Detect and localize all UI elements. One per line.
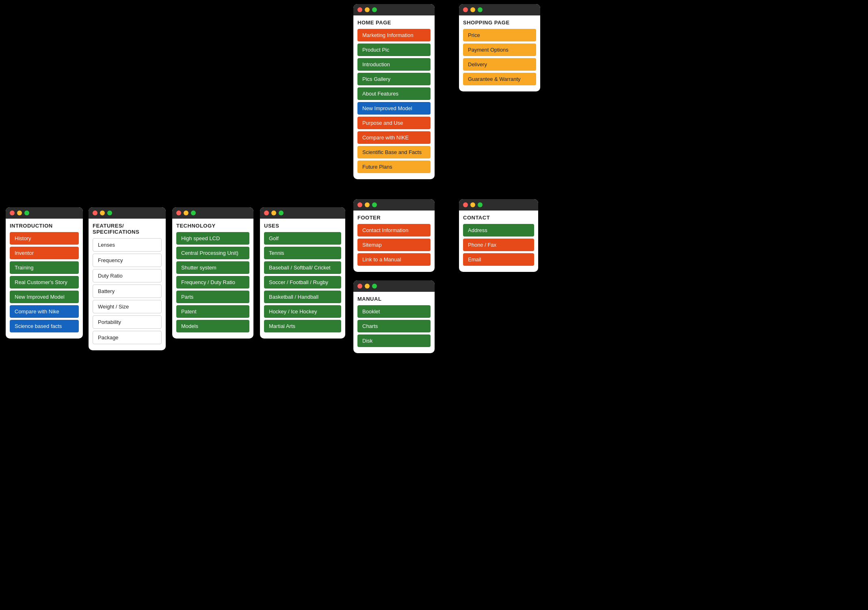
uses-window: Uses Golf Tennis Baseball / Softball/ Cr…: [260, 207, 345, 339]
dot-red[interactable]: [357, 7, 362, 12]
contact-item-email[interactable]: Email: [463, 253, 534, 266]
intro-item-compare-nike[interactable]: Compare with Nike: [10, 305, 79, 318]
footer-item-manual[interactable]: Link to a Manual: [357, 253, 431, 266]
tech-item-frequency[interactable]: Frequency / Duty Ratio: [176, 276, 249, 289]
dot-yellow[interactable]: [271, 211, 276, 215]
tech-item-models[interactable]: Models: [176, 320, 249, 332]
dot-green[interactable]: [279, 211, 284, 215]
features-item-battery[interactable]: Battery: [93, 284, 162, 298]
dot-red[interactable]: [357, 284, 362, 289]
tech-item-lcd[interactable]: High speed LCD: [176, 232, 249, 245]
manual-item-booklet[interactable]: Booklet: [357, 305, 431, 318]
shopping-item-delivery[interactable]: Delivery: [463, 58, 536, 71]
dot-red[interactable]: [10, 211, 15, 215]
uses-item-baseball[interactable]: Baseball / Softball/ Cricket: [264, 261, 341, 274]
technology-window: Technology High speed LCD Central Proces…: [172, 207, 253, 339]
tech-item-parts[interactable]: Parts: [176, 291, 249, 303]
contact-title: CONTACT: [463, 215, 534, 221]
uses-item-tennis[interactable]: Tennis: [264, 247, 341, 259]
intro-item-training[interactable]: Training: [10, 261, 79, 274]
features-item-portability[interactable]: Portability: [93, 315, 162, 329]
shopping-item-price[interactable]: Price: [463, 29, 536, 41]
dot-red[interactable]: [463, 7, 468, 12]
shopping-item-payment[interactable]: Payment Options: [463, 43, 536, 56]
manual-window: MANUAL Booklet Charts Disk: [353, 280, 435, 353]
dot-yellow[interactable]: [17, 211, 22, 215]
features-item-frequency[interactable]: Frequency: [93, 254, 162, 267]
homepage-titlebar: [353, 4, 435, 15]
tech-item-shutter[interactable]: Shutter system: [176, 261, 249, 274]
footer-item-sitemap[interactable]: Sitemap: [357, 239, 431, 251]
footer-titlebar: [353, 199, 435, 211]
contact-titlebar: [459, 199, 538, 211]
intro-item-science[interactable]: Science based facts: [10, 320, 79, 332]
contact-item-address[interactable]: Address: [463, 224, 534, 237]
uses-item-golf[interactable]: Golf: [264, 232, 341, 245]
technology-titlebar: [172, 207, 253, 219]
dot-yellow[interactable]: [100, 211, 105, 215]
dot-green[interactable]: [191, 211, 196, 215]
dot-red[interactable]: [176, 211, 181, 215]
uses-item-soccer[interactable]: Soccer / Football / Rugby: [264, 276, 341, 289]
shopping-titlebar: [459, 4, 540, 15]
dot-red[interactable]: [93, 211, 97, 215]
uses-item-hockey[interactable]: Hockey / Ice Hockey: [264, 305, 341, 318]
dot-green[interactable]: [107, 211, 112, 215]
dot-red[interactable]: [463, 202, 468, 207]
manual-title: MANUAL: [357, 296, 431, 302]
manual-titlebar: [353, 280, 435, 292]
dot-green[interactable]: [478, 7, 483, 12]
dot-green[interactable]: [372, 7, 377, 12]
homepage-item-product-pic[interactable]: Product Pic: [357, 43, 431, 56]
dot-yellow[interactable]: [184, 211, 188, 215]
introduction-window: Introduction History Inventor Training R…: [6, 207, 83, 339]
uses-item-martial[interactable]: Martial Arts: [264, 320, 341, 332]
features-window: Features/ Specifications Lenses Frequenc…: [89, 207, 166, 350]
dot-green[interactable]: [24, 211, 29, 215]
homepage-item-marketing[interactable]: Marketing Information: [357, 29, 431, 41]
footer-title: FOOTER: [357, 215, 431, 221]
footer-item-contact[interactable]: Contact Information: [357, 224, 431, 237]
shopping-item-guarantee[interactable]: Guarantee & Warranty: [463, 73, 536, 85]
dot-green[interactable]: [372, 202, 377, 207]
homepage-item-purpose[interactable]: Purpose and Use: [357, 117, 431, 129]
dot-yellow[interactable]: [470, 202, 475, 207]
manual-item-charts[interactable]: Charts: [357, 320, 431, 332]
manual-item-disk[interactable]: Disk: [357, 334, 431, 347]
intro-item-new-improved[interactable]: New Improved Model: [10, 291, 79, 303]
dot-green[interactable]: [372, 284, 377, 289]
dot-yellow[interactable]: [365, 7, 370, 12]
shopping-title: SHOPPING PAGE: [463, 20, 536, 26]
homepage-item-about-features[interactable]: About Features: [357, 87, 431, 100]
intro-item-inventor[interactable]: Inventor: [10, 247, 79, 259]
features-item-lenses[interactable]: Lenses: [93, 238, 162, 252]
technology-title: Technology: [176, 223, 249, 229]
dot-red[interactable]: [357, 202, 362, 207]
uses-item-basketball[interactable]: Basketball / Handball: [264, 291, 341, 303]
dot-red[interactable]: [264, 211, 269, 215]
features-titlebar: [89, 207, 166, 219]
homepage-item-future[interactable]: Future Plans: [357, 161, 431, 173]
homepage-item-new-improved[interactable]: New Improved Model: [357, 102, 431, 115]
shopping-window: SHOPPING PAGE Price Payment Options Deli…: [459, 4, 540, 91]
dot-green[interactable]: [478, 202, 483, 207]
intro-item-history[interactable]: History: [10, 232, 79, 245]
features-item-duty-ratio[interactable]: Duty Ratio: [93, 269, 162, 282]
homepage-item-scientific[interactable]: Scientific Base and Facts: [357, 146, 431, 158]
introduction-titlebar: [6, 207, 83, 219]
dot-yellow[interactable]: [470, 7, 475, 12]
tech-item-cpu[interactable]: Central Processing Unit): [176, 247, 249, 259]
introduction-title: Introduction: [10, 223, 79, 229]
features-item-package[interactable]: Package: [93, 331, 162, 344]
uses-titlebar: [260, 207, 345, 219]
tech-item-patent[interactable]: Patent: [176, 305, 249, 318]
uses-title: Uses: [264, 223, 341, 229]
homepage-item-pics-gallery[interactable]: Pics Gallery: [357, 73, 431, 85]
intro-item-customer[interactable]: Real Customer's Story: [10, 276, 79, 289]
features-item-weight[interactable]: Weight / Size: [93, 300, 162, 313]
dot-yellow[interactable]: [365, 202, 370, 207]
dot-yellow[interactable]: [365, 284, 370, 289]
homepage-item-compare[interactable]: Compare with NIKE: [357, 131, 431, 144]
contact-item-phone[interactable]: Phone / Fax: [463, 239, 534, 251]
homepage-item-introduction[interactable]: Introduction: [357, 58, 431, 71]
